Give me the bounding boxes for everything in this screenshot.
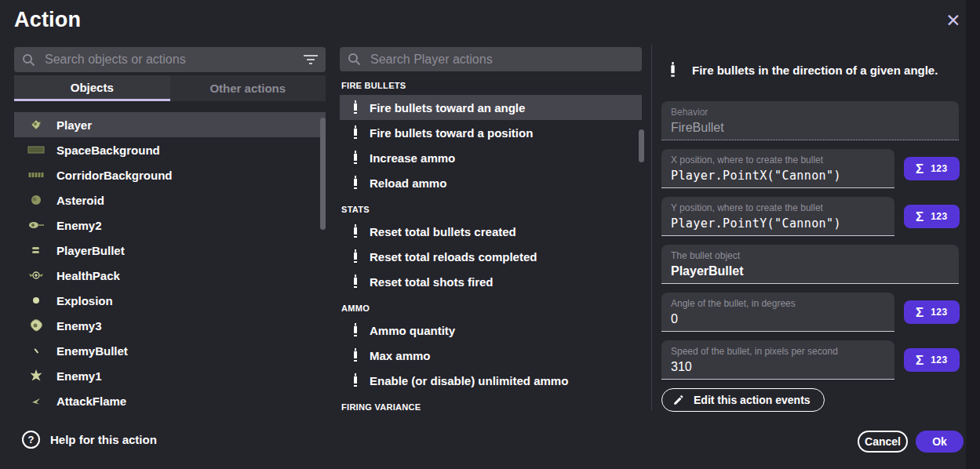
panel-divider: [651, 45, 652, 410]
object-row-enemy2[interactable]: Enemy2: [14, 213, 326, 238]
player-bullet-icon: [27, 241, 46, 260]
action-group-header: STATS: [340, 195, 642, 219]
tab-objects[interactable]: Objects: [14, 75, 170, 101]
help-icon: ?: [22, 431, 40, 449]
angle-expression-button[interactable]: Σ 123: [904, 300, 960, 324]
action-group-header: FIRING VARIANCE: [340, 393, 642, 410]
y-position-field[interactable]: Y position, where to create the bullet P…: [661, 197, 894, 236]
x-position-field[interactable]: X position, where to create the bullet P…: [661, 149, 894, 188]
close-icon[interactable]: ✕: [942, 9, 964, 31]
cancel-button[interactable]: Cancel: [858, 431, 908, 453]
object-row-enemy3[interactable]: Enemy3: [14, 313, 326, 338]
action-group-header: AMMO: [340, 294, 642, 318]
objects-list: Player SpaceBackground CorridorBackgroun…: [14, 112, 326, 413]
action-dialog: Action ✕ Objects Other actions: [0, 0, 980, 469]
action-row-unlimited-ammo[interactable]: Enable (or disable) unlimited ammo: [340, 368, 642, 393]
bullet-icon: [352, 348, 359, 363]
numbers-icon: 123: [931, 164, 948, 173]
action-description-row: Fire bullets in the direction of a given…: [661, 47, 960, 82]
right-scroll-gutter: [966, 0, 980, 469]
pencil-icon: [672, 394, 685, 406]
bullet-icon: [352, 323, 359, 338]
filter-icon[interactable]: [304, 54, 318, 65]
object-row-spacebackground[interactable]: SpaceBackground: [14, 137, 326, 162]
search-icon: [348, 53, 361, 66]
numbers-icon: 123: [931, 307, 948, 317]
speed-expression-button[interactable]: Σ 123: [904, 348, 960, 372]
edit-action-events-button[interactable]: Edit this action events: [661, 388, 825, 412]
x-position-expression-button[interactable]: Σ 123: [904, 157, 960, 180]
object-row-enemy1[interactable]: Enemy1: [14, 363, 326, 388]
space-background-icon: [27, 140, 46, 159]
object-row-playerbullet[interactable]: PlayerBullet: [14, 238, 326, 263]
bullet-icon: [669, 62, 677, 78]
action-row-reload-ammo[interactable]: Reload ammo: [340, 170, 642, 195]
bullet-object-field[interactable]: The bullet object PlayerBullet: [661, 245, 959, 284]
tab-other-actions[interactable]: Other actions: [170, 75, 326, 101]
objects-search-bar[interactable]: [14, 47, 326, 72]
numbers-icon: 123: [931, 355, 948, 365]
object-row-corridorbackground[interactable]: CorridorBackground: [14, 162, 326, 187]
player-icon: [27, 115, 46, 134]
page-title: Action: [14, 8, 81, 32]
action-row-max-ammo[interactable]: Max ammo: [340, 343, 642, 368]
actions-search-input[interactable]: [369, 52, 634, 67]
action-row-ammo-quantity[interactable]: Ammo quantity: [340, 318, 642, 343]
actions-search-bar[interactable]: [340, 47, 642, 71]
action-group-header: FIRE BULLETS: [340, 71, 642, 95]
action-row-fire-bullets-angle[interactable]: Fire bullets toward an angle: [340, 95, 642, 120]
numbers-icon: 123: [931, 212, 948, 221]
help-for-action-link[interactable]: ? Help for this action: [22, 431, 157, 449]
objects-panel: Objects Other actions Player SpaceBackgr…: [14, 47, 326, 413]
y-position-expression-button[interactable]: Σ 123: [904, 205, 960, 228]
health-pack-icon: [27, 266, 46, 285]
action-row-reset-bullets-created[interactable]: Reset total bullets created: [340, 219, 642, 244]
objects-list-scrollbar[interactable]: [320, 118, 326, 230]
action-description: Fire bullets in the direction of a given…: [692, 64, 938, 77]
corridor-background-icon: [27, 165, 46, 184]
ok-button[interactable]: Ok: [916, 431, 964, 453]
bullet-icon: [352, 100, 359, 115]
left-tabs: Objects Other actions: [14, 75, 326, 101]
enemy3-icon: [27, 316, 46, 335]
bullet-icon: [352, 151, 359, 165]
action-row-reset-shots-fired[interactable]: Reset total shots fired: [340, 269, 642, 294]
asteroid-icon: [27, 191, 46, 209]
sigma-icon: Σ: [916, 210, 924, 224]
bullet-icon: [352, 274, 359, 289]
search-icon: [22, 53, 35, 67]
action-row-increase-ammo[interactable]: Increase ammo: [340, 145, 642, 170]
actions-list-scrollbar[interactable]: [639, 129, 644, 162]
bullet-icon: [352, 224, 359, 239]
objects-search-input[interactable]: [43, 52, 304, 67]
bullet-icon: [352, 373, 359, 388]
actions-panel: FIRE BULLETS Fire bullets toward an angl…: [340, 47, 642, 410]
bullet-icon: [352, 125, 359, 140]
object-row-attackflame[interactable]: AttackFlame: [14, 388, 326, 413]
behavior-field: Behavior FireBullet: [661, 101, 959, 140]
bullet-icon: [352, 249, 359, 264]
attack-flame-icon: [27, 391, 46, 410]
object-row-asteroid[interactable]: Asteroid: [14, 187, 326, 213]
action-config-panel: Fire bullets in the direction of a given…: [661, 47, 960, 412]
sigma-icon: Σ: [916, 354, 924, 367]
action-row-reset-reloads-completed[interactable]: Reset total reloads completed: [340, 244, 642, 269]
angle-field[interactable]: Angle of the bullet, in degrees 0: [661, 293, 894, 332]
speed-field[interactable]: Speed of the bullet, in pixels per secon…: [661, 340, 894, 380]
sigma-icon: Σ: [916, 306, 924, 319]
enemy1-icon: [27, 366, 46, 385]
sigma-icon: Σ: [916, 162, 924, 176]
object-row-healthpack[interactable]: HealthPack: [14, 263, 326, 288]
object-row-player[interactable]: Player: [14, 112, 326, 137]
explosion-icon: [27, 291, 46, 310]
bullet-icon: [352, 176, 359, 191]
enemy2-icon: [27, 216, 46, 234]
enemy-bullet-icon: [27, 341, 46, 360]
object-row-explosion[interactable]: Explosion: [14, 288, 326, 313]
object-row-enemybullet[interactable]: EnemyBullet: [14, 338, 326, 363]
action-row-fire-bullets-position[interactable]: Fire bullets toward a position: [340, 120, 642, 145]
